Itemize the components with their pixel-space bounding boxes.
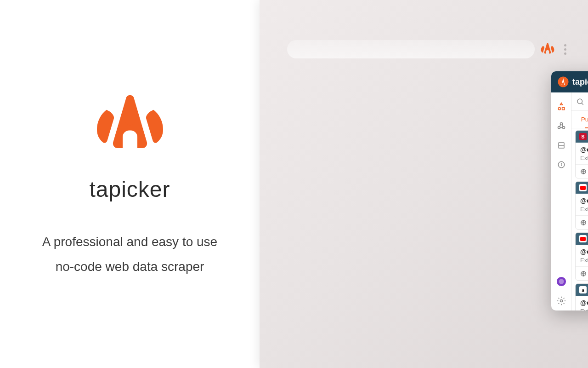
nav-integrations-icon[interactable] [556, 121, 567, 132]
recipe-description: Extract YouTube video information [580, 206, 588, 213]
recipe-description: Extract shopbop's products [580, 155, 588, 161]
search-row [571, 92, 588, 111]
recipe-domain-bar: www.youtube.com [576, 233, 588, 245]
recipe-card[interactable]: S www.shopbop.com @official/shopbop-prod… [575, 130, 588, 178]
recipe-domain-bar: S www.shopbop.com [576, 131, 588, 143]
nav-recipes-icon[interactable] [556, 101, 567, 112]
recipe-card[interactable]: www.youtube.com @official/youtube-video-… [575, 181, 588, 230]
tabs-row: Public Recipes (72) Pinned Recipes (0) M… [571, 111, 588, 128]
tapicker-logo [93, 89, 167, 163]
recipe-meta-row: Public Pins (1) Rows (0) Not used recent… [576, 215, 588, 229]
tagline: A professional and easy to use no-code w… [42, 230, 217, 278]
svg-point-3 [563, 80, 564, 82]
nav-info-icon[interactable] [556, 159, 567, 170]
main-content: Public Recipes (72) Pinned Recipes (0) M… [571, 92, 588, 310]
svg-point-9 [558, 126, 560, 129]
recipe-description: Extract Amazon knapsack results [580, 308, 588, 310]
side-navigation [551, 92, 571, 310]
address-bar[interactable] [287, 40, 535, 58]
extension-popup: tapicker [551, 71, 588, 310]
tab-public-recipes[interactable]: Public Recipes (72) [571, 111, 588, 128]
favicon-icon [579, 235, 587, 242]
popup-header: tapicker [551, 71, 588, 92]
globe-icon [580, 219, 587, 226]
recipe-title: @official/youtube-explore-videos [580, 248, 588, 255]
favicon-icon [579, 184, 587, 191]
browser-toolbar [287, 39, 570, 59]
recipe-title: @official/amazon-knapsack [580, 299, 588, 306]
nav-data-icon[interactable] [556, 140, 567, 151]
svg-point-0 [124, 115, 135, 125]
recipe-card[interactable]: a www.amazon.com @official/amazon-knapsa… [575, 283, 588, 310]
recipe-title: @official/shopbop-products [580, 146, 588, 153]
svg-point-1 [547, 47, 548, 49]
svg-point-18 [560, 300, 562, 302]
svg-point-19 [577, 99, 582, 104]
browser-menu-icon[interactable] [560, 44, 570, 55]
svg-point-10 [562, 126, 565, 129]
recipe-title: @official/youtube-video-detail [580, 197, 588, 204]
svg-point-17 [559, 279, 564, 284]
recipe-meta-row: Public Pins (0) Rows (160) 3 hours ago [576, 164, 588, 178]
recipe-domain-bar: a www.amazon.com [576, 284, 588, 296]
marketing-panel: tapicker A professional and easy to use … [0, 0, 260, 368]
popup-body: Public Recipes (72) Pinned Recipes (0) M… [551, 92, 588, 310]
globe-icon [580, 168, 587, 175]
globe-icon [580, 270, 587, 277]
search-icon [576, 98, 584, 106]
svg-line-20 [582, 103, 583, 105]
extension-icon[interactable] [540, 42, 555, 57]
svg-point-6 [558, 108, 560, 110]
svg-rect-7 [562, 108, 564, 110]
svg-point-15 [561, 163, 561, 164]
brand-name: tapicker [89, 177, 170, 202]
recipe-meta-row: Public Pins (0) Rows (63) 6 minutes ago [576, 266, 588, 280]
popup-title: tapicker [572, 77, 588, 87]
screenshot-panel: tapicker [260, 0, 588, 368]
recipe-list: S www.shopbop.com @official/shopbop-prod… [571, 128, 588, 310]
favicon-icon: a [579, 286, 587, 293]
recipe-domain-bar: www.youtube.com [576, 182, 588, 194]
popup-logo-icon [558, 76, 569, 87]
nav-settings-icon[interactable] [556, 295, 567, 306]
recipe-description: Extract popular YouTube Videos [580, 257, 588, 264]
recipe-card[interactable]: www.youtube.com @official/youtube-explor… [575, 232, 588, 281]
nav-account-icon[interactable] [556, 276, 567, 287]
favicon-icon: S [579, 133, 587, 140]
